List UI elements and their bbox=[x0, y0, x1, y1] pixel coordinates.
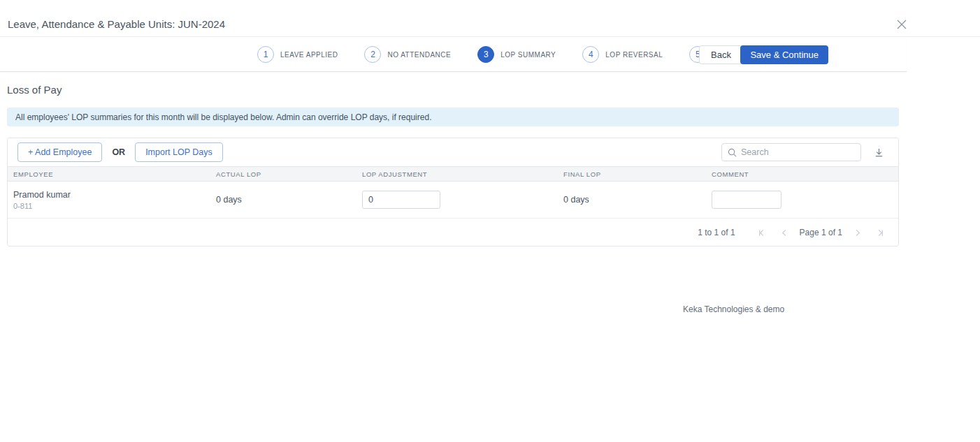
step-4-circle: 4 bbox=[582, 46, 599, 63]
pagination-range: 1 to 1 of 1 bbox=[698, 228, 735, 237]
step-leave-applied[interactable]: 1 LEAVE APPLIED bbox=[257, 46, 338, 63]
import-lop-days-button[interactable]: Import LOP Days bbox=[135, 142, 223, 162]
column-header-comment: COMMENT bbox=[706, 170, 898, 178]
pagination-bar: 1 to 1 of 1 Page 1 of 1 bbox=[8, 219, 898, 246]
or-label: OR bbox=[112, 147, 125, 157]
lop-summary-card: + Add Employee OR Import LOP Days EMPLOY… bbox=[7, 138, 899, 246]
add-employee-button[interactable]: + Add Employee bbox=[17, 142, 102, 162]
save-continue-button[interactable]: Save & Continue bbox=[740, 45, 828, 64]
table-toolbar: + Add Employee OR Import LOP Days bbox=[8, 138, 898, 166]
employee-name: Pramod kumar bbox=[13, 190, 210, 200]
step-lop-reversal[interactable]: 4 LOP REVERSAL bbox=[582, 46, 663, 63]
step-no-attendance[interactable]: 2 NO ATTENDANCE bbox=[364, 46, 451, 63]
step-3-label: LOP SUMMARY bbox=[500, 51, 556, 59]
search-icon bbox=[728, 148, 737, 157]
stepper: 1 LEAVE APPLIED 2 NO ATTENDANCE 3 LOP SU… bbox=[257, 37, 770, 72]
search-input[interactable] bbox=[741, 147, 853, 157]
step-1-circle: 1 bbox=[257, 46, 274, 63]
modal-title: Leave, Attendance & Payable Units: JUN-2… bbox=[8, 18, 225, 30]
comment-cell bbox=[706, 191, 898, 209]
column-header-employee: EMPLOYEE bbox=[8, 170, 210, 178]
download-icon[interactable] bbox=[874, 147, 884, 158]
lop-adjustment-input[interactable] bbox=[362, 191, 440, 209]
column-header-actual-lop: ACTUAL LOP bbox=[210, 170, 356, 178]
first-page-icon[interactable] bbox=[758, 229, 765, 237]
step-2-circle: 2 bbox=[364, 46, 381, 63]
stepper-bar: 1 LEAVE APPLIED 2 NO ATTENDANCE 3 LOP SU… bbox=[0, 37, 907, 72]
lop-adjustment-cell bbox=[356, 191, 558, 209]
actual-lop-cell: 0 days bbox=[210, 195, 356, 205]
step-lop-summary[interactable]: 3 LOP SUMMARY bbox=[477, 46, 556, 63]
step-2-label: NO ATTENDANCE bbox=[387, 51, 451, 59]
table-header-row: EMPLOYEE ACTUAL LOP LOP ADJUSTMENT FINAL… bbox=[8, 166, 898, 182]
back-button[interactable]: Back bbox=[699, 45, 743, 64]
employee-id: 0-811 bbox=[13, 202, 210, 210]
next-page-icon[interactable] bbox=[853, 229, 861, 237]
pagination-page-label: Page 1 of 1 bbox=[800, 228, 842, 237]
step-4-label: LOP REVERSAL bbox=[605, 51, 663, 59]
column-header-final-lop: FINAL LOP bbox=[558, 170, 706, 178]
search-box[interactable] bbox=[721, 143, 861, 161]
final-lop-cell: 0 days bbox=[558, 195, 706, 205]
last-page-icon[interactable] bbox=[877, 229, 884, 237]
info-banner: All employees' LOP summaries for this mo… bbox=[7, 108, 899, 126]
step-3-circle: 3 bbox=[477, 46, 494, 63]
table-row: Pramod kumar 0-811 0 days 0 days bbox=[8, 182, 898, 219]
previous-page-icon[interactable] bbox=[781, 229, 788, 237]
employee-cell: Pramod kumar 0-811 bbox=[8, 190, 210, 210]
modal-titlebar: Leave, Attendance & Payable Units: JUN-2… bbox=[0, 0, 980, 37]
footer-text: Keka Technologies & demo bbox=[683, 304, 784, 314]
column-header-lop-adjustment: LOP ADJUSTMENT bbox=[356, 170, 558, 178]
close-icon[interactable] bbox=[895, 17, 909, 31]
lop-wizard-modal: Leave, Attendance & Payable Units: JUN-2… bbox=[0, 0, 980, 442]
page-title: Loss of Pay bbox=[7, 84, 62, 96]
comment-input[interactable] bbox=[712, 191, 781, 209]
step-1-label: LEAVE APPLIED bbox=[280, 51, 338, 59]
